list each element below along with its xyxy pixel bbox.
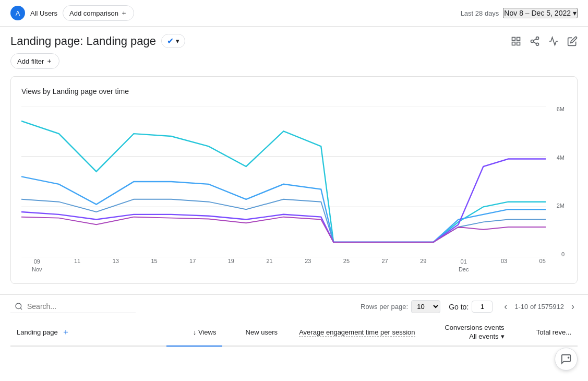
pagination-text: 1-10 of 1575912 bbox=[514, 303, 564, 311]
edit-button[interactable] bbox=[567, 36, 578, 46]
sort-icon: ↓ bbox=[193, 328, 198, 336]
x-axis: 09Nov 11 13 15 17 19 21 23 25 27 29 01De… bbox=[32, 258, 546, 273]
top-bar-right: Last 28 days Nov 8 – Dec 5, 2022 ▾ bbox=[461, 8, 578, 18]
pagination-controls: Rows per page: 10 25 50 100 Go to: ‹ 1-1… bbox=[361, 300, 578, 313]
badge-chevron: ▾ bbox=[176, 37, 179, 45]
goto-input[interactable] bbox=[472, 301, 493, 313]
chat-icon bbox=[560, 353, 572, 363]
check-circle-icon: ✔ bbox=[167, 36, 174, 46]
col-landing-page: Landing page ＋ bbox=[10, 318, 166, 346]
col-new-users[interactable]: New users bbox=[222, 318, 284, 346]
all-users-label: All Users bbox=[30, 9, 57, 17]
rows-per-page-label: Rows per page: bbox=[361, 303, 408, 311]
top-bar: A All Users Add comparison ＋ Last 28 day… bbox=[0, 0, 588, 27]
plus-icon: ＋ bbox=[121, 8, 127, 18]
svg-rect-0 bbox=[512, 37, 515, 40]
line-chart bbox=[21, 106, 546, 257]
page-header: Landing page: Landing page ✔ ▾ bbox=[0, 27, 588, 52]
svg-rect-1 bbox=[517, 37, 520, 40]
add-filter-label: Add filter bbox=[17, 57, 44, 65]
filter-bar: Add filter ＋ bbox=[0, 52, 588, 76]
y-axis-labels: 6M 4M 2M 0 bbox=[551, 106, 567, 257]
top-bar-left: A All Users Add comparison ＋ bbox=[10, 5, 134, 21]
page-title: Landing page: Landing page bbox=[10, 34, 156, 48]
goto-label: Go to: bbox=[449, 303, 469, 311]
svg-line-7 bbox=[533, 42, 536, 43]
add-column-button[interactable]: ＋ bbox=[62, 327, 70, 336]
svg-rect-2 bbox=[512, 42, 515, 45]
svg-point-15 bbox=[568, 357, 569, 358]
col-total-revenue[interactable]: Total reve... bbox=[511, 318, 578, 346]
search-box[interactable] bbox=[10, 300, 136, 313]
svg-line-8 bbox=[533, 39, 536, 40]
goto-box: Go to: bbox=[449, 301, 493, 313]
chart-area: 6M 4M 2M 0 09Nov 11 13 bbox=[21, 106, 567, 273]
share-button[interactable] bbox=[530, 36, 540, 46]
svg-point-6 bbox=[536, 43, 539, 45]
search-input[interactable] bbox=[27, 302, 131, 311]
table-row bbox=[10, 346, 578, 363]
plus-icon: ＋ bbox=[46, 56, 53, 66]
chart-card: Views by Landing page over time 6M 4M 2M… bbox=[10, 76, 578, 284]
col-views[interactable]: ↓ Views bbox=[166, 318, 222, 346]
chart-title: Views by Landing page over time bbox=[21, 87, 567, 96]
pagination: ‹ 1-10 of 1575912 › bbox=[501, 300, 578, 313]
header-actions bbox=[511, 36, 578, 46]
col-avg-engagement: Average engagement time per session bbox=[284, 318, 421, 346]
add-filter-button[interactable]: Add filter ＋ bbox=[10, 53, 59, 69]
add-comparison-label: Add comparison bbox=[69, 9, 118, 17]
title-badge[interactable]: ✔ ▾ bbox=[161, 34, 185, 48]
date-range-text: Nov 8 – Dec 5, 2022 bbox=[504, 9, 571, 17]
table-header-row: Landing page ＋ ↓ Views New users Average… bbox=[10, 318, 578, 346]
last-days-label: Last 28 days bbox=[461, 9, 499, 17]
rows-per-page-select[interactable]: 10 25 50 100 bbox=[411, 300, 440, 313]
table-view-button[interactable] bbox=[511, 36, 521, 46]
next-page-button[interactable]: › bbox=[568, 300, 578, 313]
dropdown-icon[interactable]: ▾ bbox=[501, 332, 505, 340]
svg-point-5 bbox=[531, 40, 534, 42]
table-controls: Rows per page: 10 25 50 100 Go to: ‹ 1-1… bbox=[0, 294, 588, 318]
avatar: A bbox=[10, 6, 25, 20]
chevron-down-icon: ▾ bbox=[573, 9, 577, 17]
page-title-area: Landing page: Landing page ✔ ▾ bbox=[10, 34, 185, 48]
col-conversions: Conversions events All events ▾ bbox=[422, 318, 511, 346]
svg-point-13 bbox=[16, 303, 21, 309]
data-table: Landing page ＋ ↓ Views New users Average… bbox=[10, 318, 578, 363]
rows-per-page: Rows per page: 10 25 50 100 bbox=[361, 300, 440, 313]
table-wrapper: Landing page ＋ ↓ Views New users Average… bbox=[10, 318, 578, 363]
date-range-button[interactable]: Nov 8 – Dec 5, 2022 ▾ bbox=[503, 8, 578, 18]
add-comparison-button[interactable]: Add comparison ＋ bbox=[63, 5, 134, 21]
search-icon bbox=[15, 302, 23, 311]
prev-page-button[interactable]: ‹ bbox=[501, 300, 510, 313]
svg-rect-3 bbox=[517, 42, 520, 45]
insights-button[interactable] bbox=[548, 36, 559, 46]
svg-line-14 bbox=[20, 308, 22, 309]
svg-point-4 bbox=[536, 37, 539, 39]
